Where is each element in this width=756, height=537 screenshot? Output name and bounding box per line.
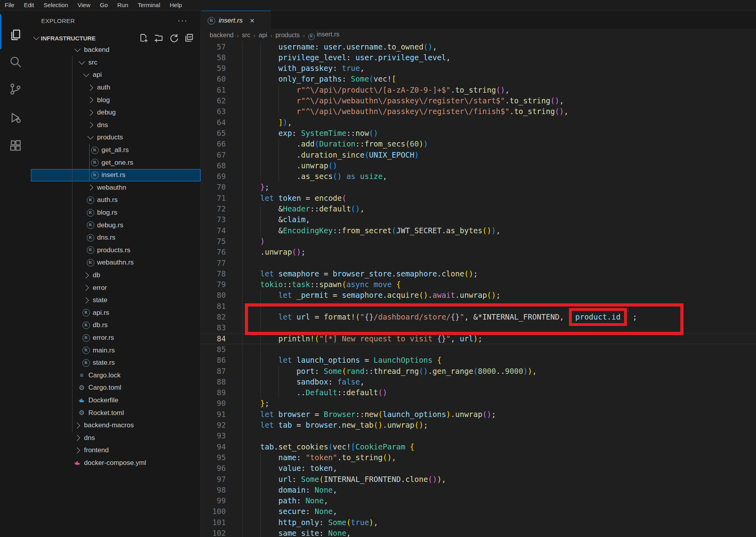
tree-item-cargo-lock[interactable]: ≡Cargo.lock — [31, 369, 200, 382]
source-control-icon[interactable] — [0, 76, 31, 103]
tree-item-label: insert.rs — [101, 171, 125, 179]
tree-item-auth-rs[interactable]: Rauth.rs — [31, 194, 200, 207]
tree-item-src[interactable]: src — [31, 56, 200, 69]
line-number: 57 — [201, 42, 226, 52]
tree-item-label: api — [93, 71, 102, 79]
section-header-infrastructure[interactable]: INFRASTRUCTURE — [31, 32, 200, 44]
tree-item-rocket-toml[interactable]: ⚙Rocket.toml — [31, 407, 200, 419]
tree-item-insert-rs[interactable]: Rinsert.rs — [31, 169, 200, 182]
tree-item-dns[interactable]: dns — [31, 432, 200, 444]
breadcrumb-item-insert-rs[interactable]: Rinsert.rs — [308, 31, 340, 40]
tree-item-label: dns — [84, 434, 95, 442]
menu-terminal[interactable]: Terminal — [133, 0, 165, 10]
breadcrumb-item-backend[interactable]: backend — [210, 32, 234, 39]
line-number: 61 — [201, 85, 226, 95]
extensions-icon[interactable] — [0, 132, 31, 159]
tree-item-auth[interactable]: auth — [31, 81, 200, 94]
tree-item-label: Cargo.toml — [88, 384, 121, 392]
menu-run[interactable]: Run — [113, 0, 133, 10]
menu-selection[interactable]: Selection — [39, 0, 73, 10]
tree-item-db[interactable]: db — [31, 269, 200, 282]
tree-item-frontend[interactable]: frontend — [31, 444, 200, 457]
breadcrumb-item-products[interactable]: products — [275, 32, 300, 39]
close-icon[interactable]: × — [250, 17, 254, 25]
collapse-all-icon[interactable] — [184, 33, 194, 43]
tree-item-error[interactable]: error — [31, 282, 200, 294]
new-folder-icon[interactable] — [154, 33, 164, 43]
breadcrumb-item-src[interactable]: src — [242, 32, 250, 39]
chevron-down-icon — [33, 34, 40, 40]
indent-guide — [260, 204, 261, 236]
new-file-icon[interactable] — [139, 33, 149, 43]
code-line-92: 92 let tab = browser.new_tab().unwrap(); — [201, 420, 756, 430]
tree-item-debug[interactable]: debug — [31, 107, 200, 119]
tree-item-state-rs[interactable]: Rstate.rs — [31, 357, 200, 369]
menu-file[interactable]: File — [0, 0, 19, 10]
code-text: http_only: Some(true), — [242, 517, 378, 528]
tree-item-debug-rs[interactable]: Rdebug.rs — [31, 219, 200, 232]
tree-item-error-rs[interactable]: Rerror.rs — [31, 331, 200, 344]
tree-item-docker-compose-yml[interactable]: docker-compose.yml — [31, 457, 200, 469]
rust-icon: R — [82, 359, 90, 367]
rust-icon: R — [82, 347, 90, 354]
rust-icon: R — [82, 334, 90, 342]
tree-item-dns-rs[interactable]: Rdns.rs — [31, 232, 200, 244]
line-number: 84 — [201, 333, 226, 344]
menu-help[interactable]: Help — [165, 0, 187, 10]
chevron-right-icon — [87, 110, 93, 116]
gear-icon: ⚙ — [78, 385, 84, 391]
line-number: 89 — [201, 387, 226, 398]
rust-icon: R — [91, 171, 99, 179]
tree-item-state[interactable]: state — [31, 294, 200, 307]
tree-item-get-all-rs[interactable]: Rget_all.rs — [31, 144, 200, 156]
tab-insert-rs[interactable]: R insert.rs × — [201, 10, 271, 30]
breadcrumb-separator: › — [270, 32, 272, 39]
files-icon[interactable] — [0, 21, 31, 48]
line-number: 86 — [201, 355, 226, 366]
line-number: 82 — [201, 312, 226, 322]
tree-item-api-rs[interactable]: Rapi.rs — [31, 307, 200, 319]
tree-item-get-one-rs[interactable]: Rget_one.rs — [31, 156, 200, 169]
more-actions-icon[interactable]: ··· — [178, 16, 188, 25]
tree-item-label: webauthn.rs — [97, 259, 134, 267]
line-number: 91 — [201, 409, 226, 420]
whale-pink-icon — [74, 459, 81, 467]
code-text: only_for_paths: Some(vec![ — [242, 74, 396, 84]
tab-label: insert.rs — [219, 17, 242, 25]
tree-item-webauthn[interactable]: webauthn — [31, 181, 200, 194]
rust-icon: R — [82, 322, 90, 329]
code-line-61: 61 r"^\/api\/product\/[a-zA-Z0-9-]+$".to… — [201, 85, 756, 95]
run-debug-icon[interactable] — [0, 104, 31, 131]
menu-edit[interactable]: Edit — [19, 0, 39, 10]
tree-item-blog[interactable]: blog — [31, 94, 200, 107]
tree-item-label: main.rs — [93, 347, 115, 354]
code-line-66: 66 .add(Duration::from_secs(60)) — [201, 139, 756, 149]
indent-guide — [279, 85, 279, 117]
tree-item-webauthn-rs[interactable]: Rwebauthn.rs — [31, 257, 200, 269]
tree-item-backend[interactable]: backend — [31, 44, 200, 57]
line-number: 60 — [201, 74, 226, 84]
tree-item-cargo-toml[interactable]: ⚙Cargo.toml — [31, 382, 200, 394]
menu-go[interactable]: Go — [95, 0, 113, 10]
tree-item-dns[interactable]: dns — [31, 119, 200, 131]
rust-icon: R — [87, 209, 94, 217]
tree-item-blog-rs[interactable]: Rblog.rs — [31, 206, 200, 219]
tree-item-api[interactable]: api — [31, 69, 200, 82]
tree-item-products-rs[interactable]: Rproducts.rs — [31, 244, 200, 257]
tree-item-label: frontend — [84, 446, 109, 454]
line-number: 72 — [201, 204, 226, 214]
code-editor[interactable]: 57 username: user.username.to_owned(),58… — [201, 41, 756, 537]
tree-item-products[interactable]: products — [31, 131, 200, 144]
tab-bar: R insert.rs × — [201, 10, 756, 30]
tree-item-backend-macros[interactable]: backend-macros — [31, 419, 200, 432]
refresh-icon[interactable] — [169, 33, 179, 43]
tree-item-db-rs[interactable]: Rdb.rs — [31, 319, 200, 332]
line-number: 96 — [201, 463, 226, 474]
tree-item-main-rs[interactable]: Rmain.rs — [31, 344, 200, 357]
tree-item-dockerfile[interactable]: Dockerfile — [31, 394, 200, 407]
breadcrumb-item-api[interactable]: api — [259, 32, 267, 39]
chevron-right-icon — [82, 272, 89, 278]
line-number: 74 — [201, 225, 226, 236]
search-icon[interactable] — [0, 48, 31, 75]
menu-view[interactable]: View — [73, 0, 95, 10]
